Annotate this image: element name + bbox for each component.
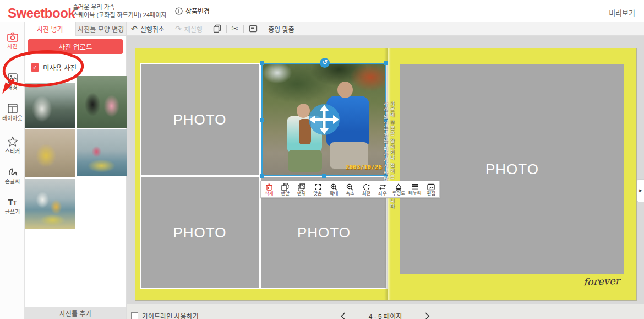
- placeholder-label: PHOTO: [173, 224, 227, 241]
- toolbar-label: 맨앞: [281, 191, 290, 196]
- guideline-checkbox[interactable]: 가이드라인 사용하기: [131, 311, 199, 319]
- selected-photo[interactable]: 2003/10/26 ↺: [261, 63, 386, 176]
- zoom-out-button[interactable]: 축소: [342, 181, 358, 197]
- cut-button[interactable]: ✂: [232, 25, 239, 33]
- photo-thumbnail[interactable]: [25, 83, 75, 128]
- prev-page-icon[interactable]: [341, 312, 346, 319]
- sidebar-item-layout[interactable]: 레이아웃: [0, 102, 25, 121]
- sidebar-item-sticker[interactable]: 스티커: [0, 136, 25, 154]
- bring-front-button[interactable]: 맨앞: [277, 181, 293, 197]
- paste-icon: [249, 25, 258, 33]
- undo-button[interactable]: ↶ 실행취소: [131, 24, 165, 34]
- divider: [170, 25, 170, 33]
- zoom-in-button[interactable]: 확대: [326, 181, 342, 197]
- sidebar-item-photo[interactable]: 사진: [0, 31, 25, 50]
- page-navigation: 4 - 5 페이지: [341, 311, 430, 319]
- rotate-handle[interactable]: ↺: [320, 58, 330, 68]
- opacity-icon: [395, 183, 402, 191]
- sidebar-label: 사진: [0, 44, 25, 50]
- sidebar-label: 스티커: [0, 149, 25, 154]
- sidebar-label: 배경: [0, 85, 25, 91]
- flip-horizontal-icon: [379, 183, 386, 191]
- copy-icon: [213, 24, 221, 33]
- sidebar-label: 손글씨: [0, 179, 25, 185]
- book-spread: PHOTO PHOTO PHOTO 2003/10/26: [135, 48, 637, 301]
- zoom-in-icon: [330, 183, 337, 191]
- handwriting-icon: [7, 166, 19, 178]
- guideline-label: 가이드라인 사용하기: [142, 311, 199, 319]
- zoom-out-icon: [346, 183, 353, 191]
- center-align-button[interactable]: 중앙 맞춤: [268, 24, 294, 34]
- toolbar-label: 맨뒤: [297, 191, 306, 196]
- edit-image-icon: [427, 183, 435, 191]
- send-back-button[interactable]: 맨뒤: [293, 181, 309, 197]
- opacity-button[interactable]: 투명도: [391, 181, 407, 197]
- divider: [208, 25, 208, 33]
- panel-expand-toggle[interactable]: ▶: [637, 179, 644, 202]
- toolbar-label: 회전: [362, 191, 371, 196]
- undo-label: 실행취소: [140, 24, 165, 34]
- resize-handle-nw[interactable]: [260, 61, 264, 65]
- redo-label: 재실행: [184, 24, 203, 34]
- trash-icon: [266, 183, 272, 191]
- tool-sidebar: 사진 배경 레이아웃 스티커: [0, 22, 25, 319]
- toolbar-label: 테두리: [408, 191, 421, 195]
- rotate-button[interactable]: 회전: [358, 181, 374, 197]
- resize-handle-ne[interactable]: [384, 61, 388, 65]
- sidebar-item-handwriting[interactable]: 손글씨: [0, 166, 25, 185]
- edit-button[interactable]: 편집: [423, 181, 439, 197]
- unused-photos-checkbox[interactable]: ✓ 미사용 사진: [31, 62, 77, 73]
- photo-date-stamp: 2003/10/26: [346, 164, 382, 171]
- border-button[interactable]: 테두리: [407, 181, 423, 197]
- photo-thumbnail[interactable]: [77, 129, 127, 176]
- checkbox-checked-icon: ✓: [31, 63, 39, 72]
- sidebar-item-background[interactable]: 배경: [0, 72, 25, 91]
- sweetbook-logo[interactable]: Sweetbook♥: [8, 4, 79, 21]
- project-spec: 스퀘어북 (고화질 하드커버) 24페이지: [73, 11, 166, 19]
- redo-button[interactable]: ↷ 재실행: [175, 24, 203, 34]
- edit-toolbar: ↶ 실행취소 ↷ 재실행 ✂: [127, 22, 644, 36]
- sidebar-item-write[interactable]: TT 글쓰기: [0, 196, 25, 215]
- send-back-icon: [298, 183, 305, 191]
- page-decor-text: forever: [583, 275, 620, 288]
- sidebar-label: 레이아웃: [0, 116, 25, 121]
- logo-text: Sweetbook: [8, 6, 75, 20]
- resize-handle-w[interactable]: [260, 118, 264, 122]
- tab-insert-photo[interactable]: 사진 넣기: [25, 22, 75, 36]
- bottom-bar: 가이드라인 사용하기 4 - 5 페이지: [127, 304, 644, 319]
- camera-icon: [7, 31, 19, 43]
- flip-horizontal-button[interactable]: 좌우: [374, 181, 390, 197]
- photo-upload-button[interactable]: 사진 업로드: [28, 39, 123, 54]
- chevron-right-icon: ▶: [639, 188, 642, 193]
- bring-front-icon: [281, 183, 289, 191]
- scissors-icon: ✂: [232, 25, 239, 33]
- photo-thumbnail[interactable]: [25, 179, 75, 229]
- paste-button[interactable]: [249, 25, 258, 33]
- canvas-area: ↶ 실행취소 ↷ 재실행 ✂: [127, 22, 644, 319]
- product-change-label: 상품변경: [185, 6, 210, 15]
- add-frame-button[interactable]: 사진틀 추가: [25, 307, 126, 319]
- page-indicator: 4 - 5 페이지: [369, 311, 402, 319]
- undo-icon: ↶: [131, 25, 138, 33]
- toolbar-label: 편집: [427, 191, 435, 196]
- preview-button[interactable]: 미리보기: [609, 7, 635, 18]
- photo-panel: 사진 넣기 사진틀 모양 변경 사진 업로드 ✓ 미사용 사진 사진틀 추가: [25, 22, 127, 319]
- fit-button[interactable]: 맞춤: [309, 181, 325, 197]
- move-icon[interactable]: [308, 104, 340, 136]
- tab-frame-change[interactable]: 사진틀 모양 변경: [75, 22, 127, 36]
- border-icon: [411, 183, 419, 190]
- product-change-button[interactable]: 상품변경: [175, 6, 210, 15]
- layout-icon: [7, 102, 19, 115]
- next-page-icon[interactable]: [425, 312, 430, 319]
- resize-handle-sw[interactable]: [260, 174, 264, 178]
- photo-placeholder[interactable]: PHOTO: [400, 64, 624, 274]
- photo-placeholder[interactable]: PHOTO: [141, 64, 259, 175]
- rotate-icon: [363, 183, 370, 191]
- photo-thumbnail[interactable]: [77, 76, 127, 128]
- photo-thumbnail[interactable]: [25, 129, 75, 177]
- photo-placeholder[interactable]: PHOTO: [141, 177, 259, 288]
- resize-handle-s[interactable]: [322, 174, 326, 178]
- toolbar-label: 맞춤: [313, 191, 322, 196]
- copy-button[interactable]: [213, 24, 221, 33]
- delete-button[interactable]: 삭제: [261, 181, 277, 197]
